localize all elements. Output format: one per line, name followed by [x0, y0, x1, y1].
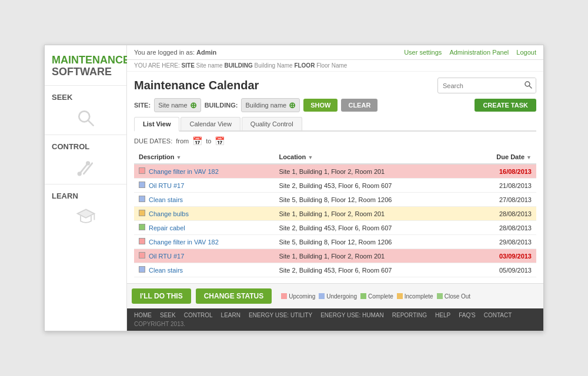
col-due-date[interactable]: Due Date ▼	[466, 150, 536, 164]
task-link[interactable]: Change bulbs	[149, 210, 189, 217]
filter-bar: SITE: Site name ⊕ BUILDING: Building nam…	[134, 98, 536, 112]
search-icon-btn	[524, 80, 532, 89]
task-link[interactable]: Oil RTU #17	[149, 182, 184, 189]
table-row[interactable]: Clean stairsSite 2, Building 453, Floor …	[134, 263, 536, 277]
due-dates-label: DUE DATES:	[134, 137, 172, 145]
search-button[interactable]	[520, 78, 536, 93]
table-row[interactable]: Repair cabelSite 2, Building 453, Floor …	[134, 221, 536, 235]
ill-do-this-button[interactable]: I'LL DO THIS	[132, 288, 191, 304]
tab-list-view[interactable]: List View	[134, 117, 179, 132]
sidebar-item-learn[interactable]: LEARN	[45, 184, 126, 233]
top-bar-links: User settings Administration Panel Logou…	[398, 49, 536, 56]
site-filter-value: Site name	[158, 102, 188, 109]
copyright: COPYRIGHT 2013.	[134, 321, 536, 327]
graduation-icon	[75, 206, 96, 227]
legend-color-box	[397, 293, 403, 299]
status-indicator	[139, 182, 145, 188]
task-due-date-cell: 03/09/2013	[466, 249, 536, 263]
footer-nav-link[interactable]: SEEK	[160, 312, 176, 318]
sidebar-item-control[interactable]: CONTROL	[45, 135, 126, 184]
building-filter-value: Building name	[245, 102, 286, 109]
legend-label: Undergoing	[326, 293, 357, 300]
building-plus-icon[interactable]: ⊕	[289, 100, 296, 110]
admin-panel-link[interactable]: Administration Panel	[449, 49, 509, 56]
table-row[interactable]: Oil RTU #17Site 1, Building 1, Floor 2, …	[134, 249, 536, 263]
page-header: Maintenance Calendar	[134, 78, 536, 93]
site-plus-icon[interactable]: ⊕	[190, 100, 197, 110]
col-location[interactable]: Location ▼	[274, 150, 466, 164]
user-settings-link[interactable]: User settings	[404, 49, 442, 56]
breadcrumb: YOU ARE HERE: SITE Site name BUILDING Bu…	[127, 60, 543, 72]
table-row[interactable]: Change filter in VAV 182Site 1, Building…	[134, 164, 536, 179]
sidebar-control-label: CONTROL	[52, 142, 119, 151]
task-due-date-cell: 21/08/2013	[466, 179, 536, 193]
search-box[interactable]	[437, 78, 536, 93]
task-description-cell: Clean stairs	[134, 193, 274, 207]
table-row[interactable]: Clean stairsSite 5, Building 8, Floor 12…	[134, 193, 536, 207]
task-description-cell: Change bulbs	[134, 207, 274, 221]
svg-marker-6	[77, 209, 94, 217]
task-location-cell: Site 1, Building 1, Floor 2, Room 201	[274, 164, 466, 179]
show-button[interactable]: SHOW	[303, 99, 338, 112]
logout-link[interactable]: Logout	[516, 49, 536, 56]
table-row[interactable]: Change filter in VAV 182Site 5, Building…	[134, 235, 536, 249]
legend-color-box	[437, 293, 443, 299]
footer-nav-link[interactable]: HELP	[435, 312, 450, 318]
legend-item: Undergoing	[319, 293, 357, 300]
footer-nav-link[interactable]: CONTACT	[484, 312, 512, 318]
search-input[interactable]	[438, 80, 520, 92]
legend-item: Incomplete	[397, 293, 433, 300]
tools-icon	[75, 157, 96, 178]
create-task-button[interactable]: CREATE TASK	[475, 99, 536, 112]
task-location-cell: Site 5, Building 8, Floor 12, Room 1206	[274, 235, 466, 249]
footer-nav-link[interactable]: ENERGY USE: HUMAN	[320, 312, 384, 318]
footer-nav-link[interactable]: FAQ'S	[459, 312, 476, 318]
site-filter-pill[interactable]: Site name ⊕	[154, 98, 201, 112]
task-location-cell: Site 2, Building 453, Floor 6, Room 607	[274, 263, 466, 277]
logged-in-text: You are logged in as: Admin	[134, 49, 216, 56]
col-description[interactable]: Description ▼	[134, 150, 274, 164]
date-filter: DUE DATES: from 📅 to 📅	[134, 136, 536, 146]
svg-line-1	[88, 120, 93, 125]
task-location-cell: Site 1, Building 1, Floor 2, Room 201	[274, 249, 466, 263]
task-link[interactable]: Clean stairs	[149, 267, 183, 274]
task-location-cell: Site 2, Building 453, Floor 6, Room 607	[274, 221, 466, 235]
task-description-cell: Oil RTU #17	[134, 179, 274, 193]
sidebar-item-seek[interactable]: SEEK	[45, 85, 126, 135]
task-link[interactable]: Repair cabel	[149, 224, 185, 231]
status-indicator	[139, 167, 145, 174]
change-status-button[interactable]: CHANGE STATUS	[196, 288, 272, 304]
task-due-date-cell: 16/08/2013	[466, 164, 536, 179]
legend-label: Close Out	[445, 293, 470, 300]
table-row[interactable]: Oil RTU #17Site 2, Building 453, Floor 6…	[134, 179, 536, 193]
task-description-cell: Clean stairs	[134, 263, 274, 277]
clear-button[interactable]: CLEAR	[341, 99, 377, 112]
task-link[interactable]: Clean stairs	[149, 196, 183, 203]
footer-nav-link[interactable]: LEARN	[221, 312, 240, 318]
page-title: Maintenance Calendar	[134, 79, 259, 92]
legend-item: Close Out	[437, 293, 470, 300]
task-link[interactable]: Oil RTU #17	[149, 253, 184, 260]
tab-calendar-view[interactable]: Calendar View	[181, 117, 240, 130]
svg-point-5	[86, 161, 90, 165]
task-link[interactable]: Change filter in VAV 182	[149, 168, 219, 175]
footer-nav-link[interactable]: HOME	[134, 312, 152, 318]
table-row[interactable]: Change bulbsSite 1, Building 1, Floor 2,…	[134, 207, 536, 221]
user-name: Admin	[196, 49, 216, 56]
legend-color-box	[281, 293, 287, 299]
footer: HOMESEEKCONTROLLEARNENERGY USE: UTILITYE…	[127, 308, 543, 331]
seek-icon-area	[52, 106, 119, 130]
sidebar-learn-label: LEARN	[52, 192, 119, 200]
footer-nav-link[interactable]: REPORTING	[392, 312, 427, 318]
to-calendar-icon[interactable]: 📅	[215, 136, 225, 146]
legend-label: Incomplete	[405, 293, 433, 300]
bottom-bar: I'LL DO THIS CHANGE STATUS UpcomingUnder…	[127, 283, 543, 308]
status-indicator	[139, 196, 145, 202]
task-link[interactable]: Change filter in VAV 182	[149, 239, 219, 246]
tab-quality-control[interactable]: Quality Control	[242, 117, 302, 130]
from-calendar-icon[interactable]: 📅	[192, 136, 202, 146]
content-area: Maintenance Calendar	[127, 72, 543, 283]
footer-nav-link[interactable]: ENERGY USE: UTILITY	[249, 312, 312, 318]
footer-nav-link[interactable]: CONTROL	[184, 312, 213, 318]
building-filter-pill[interactable]: Building name ⊕	[241, 98, 300, 112]
